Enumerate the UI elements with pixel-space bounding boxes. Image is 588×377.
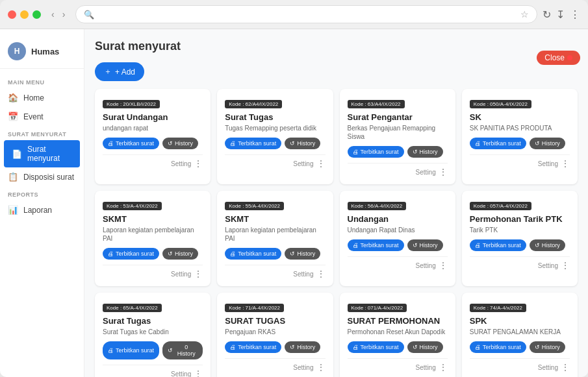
printer-icon: 🖨: [230, 344, 236, 350]
more-options-button[interactable]: ⋮: [194, 269, 203, 278]
setting-label: Setting: [416, 364, 436, 371]
page-header: Surat menyurat Close: [95, 40, 578, 53]
history-button[interactable]: ↺ History: [407, 239, 443, 251]
terbitkan-button[interactable]: 🖨 Terbitkan surat: [225, 138, 281, 149]
history-label: History: [420, 242, 438, 249]
card-desc: Undangan Rapat Dinas: [348, 226, 448, 234]
terbit-label: Terbitkan surat: [361, 344, 399, 350]
terbitkan-button[interactable]: 🖨 Terbitkan surat: [470, 138, 526, 149]
close-button[interactable]: Close: [537, 51, 580, 65]
card-code: Kode : 71/A-4/IX/2022: [225, 304, 284, 312]
card-title: SK: [470, 112, 570, 122]
back-button[interactable]: ‹: [49, 8, 57, 21]
terbitkan-button[interactable]: 🖨 Terbitkan surat: [348, 341, 404, 353]
more-options-button[interactable]: ⋮: [316, 159, 326, 168]
page-title: Surat menyurat: [95, 40, 181, 53]
card-title: Undangan: [348, 214, 448, 224]
card-title: SKMT: [225, 214, 325, 224]
menu-button[interactable]: ⋮: [570, 8, 580, 21]
history-button[interactable]: ↺ History: [407, 146, 443, 158]
close-dot: [567, 55, 572, 60]
terbitkan-button[interactable]: 🖨 Terbitkan surat: [470, 239, 526, 251]
printer-icon: 🖨: [353, 149, 359, 155]
card-title: SPK: [470, 316, 570, 326]
history-icon: ↺: [535, 140, 540, 147]
history-label: History: [297, 140, 315, 147]
terbit-label: Terbitkan surat: [116, 250, 154, 257]
setting-label: Setting: [538, 364, 558, 371]
terbit-label: Terbitkan surat: [238, 344, 276, 350]
sidebar-item-disposisi[interactable]: 📋 Disposisi surat: [0, 167, 84, 186]
add-button[interactable]: ＋ + Add: [95, 62, 144, 81]
setting-label: Setting: [293, 160, 313, 167]
more-options-button[interactable]: ⋮: [316, 363, 326, 372]
printer-icon: 🖨: [108, 347, 114, 354]
download-button[interactable]: ↧: [556, 8, 565, 21]
reload-button[interactable]: ↻: [543, 8, 551, 21]
close-label: Close: [544, 53, 565, 62]
card-desc: Pengajuan RKAS: [225, 328, 325, 336]
sidebar-item-event[interactable]: 📅 Event: [0, 107, 84, 126]
close-traffic-light[interactable]: [8, 10, 16, 19]
sidebar-user: H Humas: [0, 37, 84, 69]
history-icon: ↺: [413, 149, 418, 155]
history-button[interactable]: ↺ History: [285, 248, 320, 260]
history-button[interactable]: ↺ History: [530, 138, 565, 149]
setting-label: Setting: [416, 262, 436, 269]
more-options-button[interactable]: ⋮: [439, 261, 448, 270]
sidebar-item-surat-menyurat[interactable]: 📄 Surat menyurat: [4, 140, 80, 167]
fullscreen-traffic-light[interactable]: [32, 10, 41, 19]
setting-label: Setting: [538, 160, 558, 167]
card-actions: 🖨 Terbitkan surat ↺ History: [348, 146, 448, 158]
card-code: Kode : 56/A-4/IX/2022: [348, 202, 407, 210]
minimize-traffic-light[interactable]: [20, 10, 29, 19]
history-icon: ↺: [290, 250, 295, 257]
card-title: Permohonan Tarik PTK: [470, 214, 570, 224]
history-button[interactable]: ↺ History: [162, 138, 198, 149]
sidebar-item-label: Disposisi surat: [23, 173, 74, 182]
forward-button[interactable]: ›: [60, 8, 68, 21]
sidebar-item-home[interactable]: 🏠 Home: [0, 88, 84, 107]
card-actions: 🖨 Terbitkan surat ↺ History: [225, 138, 325, 149]
history-button[interactable]: ↺ History: [530, 341, 565, 353]
card-title: Surat Undangan: [103, 112, 203, 122]
bookmark-icon[interactable]: ☆: [520, 9, 529, 19]
terbitkan-button[interactable]: 🖨 Terbitkan surat: [103, 341, 159, 359]
traffic-lights: [8, 10, 41, 19]
more-options-button[interactable]: ⋮: [561, 159, 570, 168]
more-options-button[interactable]: ⋮: [439, 363, 448, 372]
more-options-button[interactable]: ⋮: [194, 159, 203, 168]
history-button[interactable]: ↺ History: [285, 138, 320, 149]
terbit-label: Terbitkan surat: [483, 140, 521, 147]
card-code: Kode : 057/A-4/IX/2022: [470, 202, 531, 210]
terbitkan-button[interactable]: 🖨 Terbitkan surat: [103, 138, 159, 149]
sidebar-item-laporan[interactable]: 📊 Laporan: [0, 201, 84, 219]
history-button[interactable]: ↺ 0 History: [162, 341, 203, 359]
history-button[interactable]: ↺ History: [407, 341, 443, 353]
terbitkan-button[interactable]: 🖨 Terbitkan surat: [225, 341, 281, 353]
terbitkan-button[interactable]: 🖨 Terbitkan surat: [103, 248, 159, 260]
history-button[interactable]: ↺ History: [530, 239, 565, 251]
sidebar-item-label: Home: [23, 93, 44, 103]
terbitkan-button[interactable]: 🖨 Terbitkan surat: [348, 146, 404, 158]
printer-icon: 🖨: [108, 250, 114, 257]
card-code: Kode : 050/A-4/IX/2022: [470, 100, 531, 108]
card-code: Kode : 55/A-4/IX/2022: [225, 202, 284, 210]
more-options-button[interactable]: ⋮: [316, 269, 326, 278]
printer-icon: 🖨: [353, 344, 359, 350]
more-options-button[interactable]: ⋮: [561, 261, 570, 270]
card-actions: 🖨 Terbitkan surat ↺ History: [470, 138, 570, 149]
more-options-button[interactable]: ⋮: [561, 363, 570, 372]
more-options-button[interactable]: ⋮: [439, 167, 448, 176]
history-button[interactable]: ↺ History: [285, 341, 320, 353]
history-label: History: [542, 344, 560, 350]
address-input[interactable]: [99, 10, 515, 19]
terbitkan-button[interactable]: 🖨 Terbitkan surat: [348, 239, 404, 251]
terbit-label: Terbitkan surat: [116, 140, 154, 147]
terbitkan-button[interactable]: 🖨 Terbitkan surat: [225, 248, 281, 260]
history-button[interactable]: ↺ History: [162, 248, 198, 260]
terbitkan-button[interactable]: 🖨 Terbitkan surat: [470, 341, 526, 353]
card-desc: Tarik PTK: [470, 226, 570, 234]
history-label: History: [420, 344, 438, 350]
more-options-button[interactable]: ⋮: [194, 369, 203, 377]
